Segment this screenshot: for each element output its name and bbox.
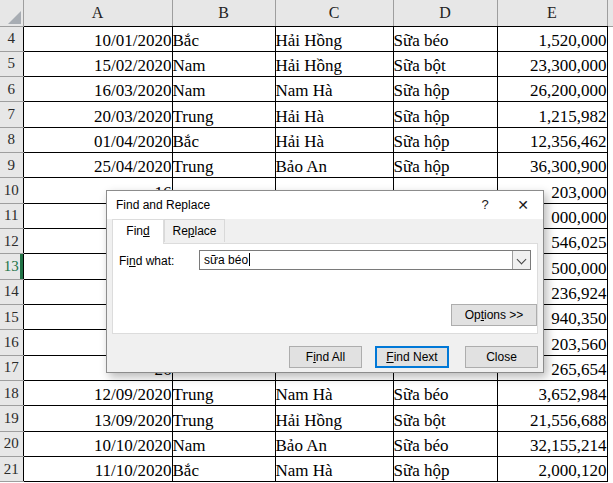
filler-cell: [607, 279, 613, 304]
cell-d6[interactable]: Sữa hộp: [393, 77, 497, 102]
cell-e20[interactable]: 32,155,214: [497, 431, 607, 456]
cell-c19[interactable]: Hải Hồng: [275, 406, 393, 431]
close-icon[interactable]: ✕: [507, 191, 539, 219]
table-row: 720/03/2020TrungHải HàSữa hộp1,215,982: [0, 102, 613, 127]
filler-cell: [607, 26, 613, 51]
row-header-9[interactable]: 9: [0, 153, 23, 178]
dialog-title: Find and Replace: [116, 191, 210, 219]
cell-d7[interactable]: Sữa hộp: [393, 102, 497, 127]
cell-b7[interactable]: Trung: [172, 102, 275, 127]
cell-b4[interactable]: Bắc: [172, 26, 275, 51]
cell-c21[interactable]: Nam Hà: [275, 457, 393, 482]
cell-b20[interactable]: Nam: [172, 431, 275, 456]
cell-e7[interactable]: 1,215,982: [497, 102, 607, 127]
filler-cell: [607, 229, 613, 254]
row-header-13[interactable]: 13: [0, 254, 23, 279]
cell-e5[interactable]: 23,300,000: [497, 51, 607, 76]
row-header-16[interactable]: 16: [0, 330, 23, 355]
row-header-10[interactable]: 10: [0, 178, 23, 203]
column-header-d[interactable]: D: [393, 0, 497, 26]
cell-a21[interactable]: 11/10/2020: [23, 457, 172, 482]
dialog-titlebar[interactable]: Find and Replace ? ✕: [107, 191, 543, 219]
cell-e4[interactable]: 1,520,000: [497, 26, 607, 51]
cell-a7[interactable]: 20/03/2020: [23, 102, 172, 127]
help-icon[interactable]: ?: [469, 191, 501, 219]
cell-e21[interactable]: 2,000,120: [497, 457, 607, 482]
filler-cell: [607, 102, 613, 127]
tab-replace[interactable]: Replace: [164, 219, 225, 242]
cell-e8[interactable]: 12,356,462: [497, 127, 607, 152]
cell-c18[interactable]: Nam Hà: [275, 381, 393, 406]
cell-d20[interactable]: Sữa béo: [393, 431, 497, 456]
column-header-e[interactable]: E: [497, 0, 607, 26]
combobox-dropdown-button[interactable]: [512, 251, 530, 269]
cell-d8[interactable]: Sữa hộp: [393, 127, 497, 152]
cell-d18[interactable]: Sữa béo: [393, 381, 497, 406]
cell-a20[interactable]: 10/10/2020: [23, 431, 172, 456]
column-header-c[interactable]: C: [275, 0, 393, 26]
table-row: 515/02/2020NamHải HồngSữa bột23,300,000: [0, 51, 613, 76]
row-header-18[interactable]: 18: [0, 381, 23, 406]
row-header-5[interactable]: 5: [0, 51, 23, 76]
cell-d9[interactable]: Sữa hộp: [393, 153, 497, 178]
cell-a5[interactable]: 15/02/2020: [23, 51, 172, 76]
cell-b21[interactable]: Bắc: [172, 457, 275, 482]
excel-window: A B C D E 410/01/2020BắcHải HồngSữa béo1…: [0, 0, 613, 483]
select-all-corner[interactable]: [0, 0, 23, 26]
find-what-combobox[interactable]: sữa béo: [199, 250, 531, 270]
cell-b9[interactable]: Trung: [172, 153, 275, 178]
row-header-11[interactable]: 11: [0, 203, 23, 228]
select-all-triangle-icon: [8, 11, 21, 24]
find-next-button[interactable]: Find Next: [375, 346, 449, 368]
cell-a19[interactable]: 13/09/2020: [23, 406, 172, 431]
filler-cell: [607, 203, 613, 228]
cell-c6[interactable]: Nam Hà: [275, 77, 393, 102]
find-what-input[interactable]: sữa béo: [204, 251, 250, 269]
cell-c8[interactable]: Hải Hà: [275, 127, 393, 152]
cell-a18[interactable]: 12/09/2020: [23, 381, 172, 406]
cell-c9[interactable]: Bảo An: [275, 153, 393, 178]
cell-e6[interactable]: 26,200,000: [497, 77, 607, 102]
row-header-7[interactable]: 7: [0, 102, 23, 127]
row-header-6[interactable]: 6: [0, 77, 23, 102]
table-row: 2111/10/2020BắcNam HàSữa hộp2,000,120: [0, 457, 613, 482]
cell-b5[interactable]: Nam: [172, 51, 275, 76]
cell-a4[interactable]: 10/01/2020: [23, 26, 172, 51]
cell-c20[interactable]: Bảo An: [275, 431, 393, 456]
cell-e9[interactable]: 36,300,900: [497, 153, 607, 178]
row-header-12[interactable]: 12: [0, 229, 23, 254]
cell-e18[interactable]: 3,652,984: [497, 381, 607, 406]
cell-b6[interactable]: Nam: [172, 77, 275, 102]
close-button[interactable]: Close: [465, 346, 538, 368]
row-header-4[interactable]: 4: [0, 26, 23, 51]
tab-find[interactable]: Find: [112, 219, 164, 244]
cell-d19[interactable]: Sữa bột: [393, 406, 497, 431]
cell-a6[interactable]: 16/03/2020: [23, 77, 172, 102]
cell-c4[interactable]: Hải Hồng: [275, 26, 393, 51]
row-header-14[interactable]: 14: [0, 279, 23, 304]
options-button[interactable]: Options >>: [451, 304, 537, 326]
cell-b19[interactable]: Trung: [172, 406, 275, 431]
cell-d21[interactable]: Sữa hộp: [393, 457, 497, 482]
column-header-b[interactable]: B: [172, 0, 275, 26]
find-all-button[interactable]: Find All: [289, 346, 362, 368]
filler-cell: [607, 355, 613, 380]
column-header-filler: [607, 0, 613, 26]
cell-d5[interactable]: Sữa bột: [393, 51, 497, 76]
row-header-20[interactable]: 20: [0, 431, 23, 456]
cell-d4[interactable]: Sữa béo: [393, 26, 497, 51]
cell-a9[interactable]: 25/04/2020: [23, 153, 172, 178]
row-header-17[interactable]: 17: [0, 355, 23, 380]
row-header-8[interactable]: 8: [0, 127, 23, 152]
cell-e19[interactable]: 21,556,688: [497, 406, 607, 431]
cell-c5[interactable]: Hải Hồng: [275, 51, 393, 76]
cell-c7[interactable]: Hải Hà: [275, 102, 393, 127]
row-header-15[interactable]: 15: [0, 305, 23, 330]
cell-b8[interactable]: Bắc: [172, 127, 275, 152]
column-header-a[interactable]: A: [23, 0, 172, 26]
row-header-19[interactable]: 19: [0, 406, 23, 431]
cell-a8[interactable]: 01/04/2020: [23, 127, 172, 152]
cell-b18[interactable]: Trung: [172, 381, 275, 406]
row-header-21[interactable]: 21: [0, 457, 23, 482]
filler-cell: [607, 51, 613, 76]
